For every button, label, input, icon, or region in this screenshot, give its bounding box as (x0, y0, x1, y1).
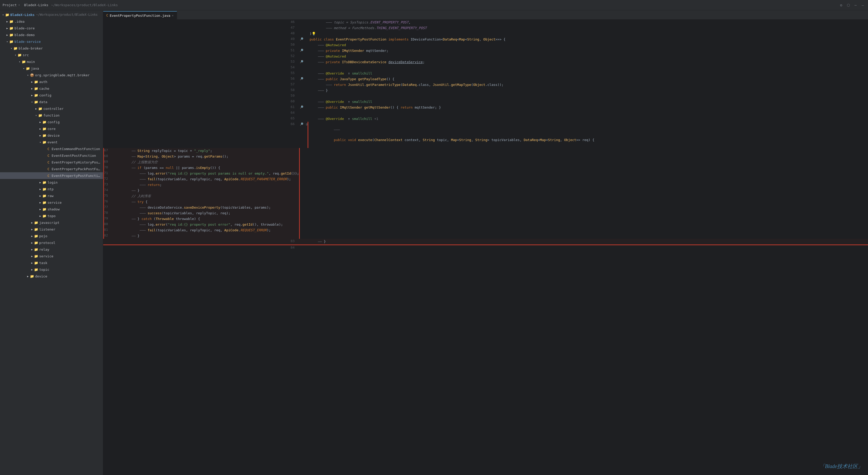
sidebar-item-java[interactable]: ▾ 📁 java (0, 65, 103, 72)
project-dropdown-icon[interactable]: ▾ (18, 3, 20, 7)
expand-icon[interactable]: ⬡ (846, 3, 851, 8)
expand-arrow-blade-demo: ▶ (5, 33, 9, 37)
sidebar-item-data[interactable]: ▾ 📁 data (0, 99, 103, 105)
folder-icon-src: 📁 (18, 53, 22, 57)
expand-arrow-src: ▾ (13, 53, 18, 57)
sidebar-item-shadow[interactable]: ▶ 📁 shadow (0, 206, 103, 212)
folder-icon-blade-core: 📁 (9, 26, 13, 30)
sidebar-item-src[interactable]: ▾ 📁 src (0, 52, 103, 58)
sidebar-item-controller[interactable]: ▶ 📁 controller (0, 105, 103, 112)
expand-arrow-blade-broker: ▾ (9, 46, 13, 50)
sidebar-item-function-config[interactable]: ▶ 📁 config (0, 118, 103, 125)
folder-icon-blade-service: 📁 (9, 39, 13, 43)
sidebar-item-topo[interactable]: ▶ 📁 topo (0, 212, 103, 219)
sidebar-item-event-command[interactable]: C EventCommandPostFunction (0, 145, 103, 152)
code-line-55: 55 ——— @Override ↑ smallchill (103, 71, 868, 76)
src-label: src (23, 53, 29, 57)
project-name: BladeX-Links (24, 3, 48, 7)
event-event-label: EventEventPostFunction (52, 154, 96, 158)
sidebar-item-main[interactable]: ▾ 📁 main (0, 58, 103, 65)
sidebar-item-protocol[interactable]: ▶ 📁 protocol (0, 239, 103, 246)
pojo-label: pojo (39, 234, 47, 238)
cache-label: cache (39, 87, 49, 91)
sidebar-item-function-service[interactable]: ▶ 📁 service (0, 199, 103, 206)
folder-icon-blade-demo: 📁 (9, 33, 13, 37)
code-editor[interactable]: 46 ——— topic = SysTopics.EVENT_PROPERTY_… (103, 20, 868, 475)
sidebar-item-event-history[interactable]: C EventPropertyHistoryPostFunctio... (0, 159, 103, 166)
sidebar-item-core[interactable]: ▶ 📁 core (0, 125, 103, 132)
sidebar-item-blade-broker[interactable]: ▾ 📁 blade-broker (0, 45, 103, 52)
sidebar-item-topic[interactable]: ▶ 📁 topic (0, 266, 103, 273)
sidebar-item-relay[interactable]: ▶ 📁 relay (0, 246, 103, 253)
code-line-78: 78 ——— success(topicVariables, replyTopi… (104, 210, 299, 216)
expand-arrow-device-root: ▶ (26, 274, 30, 278)
tab-close-button[interactable]: × (172, 14, 174, 17)
sidebar-item-idea[interactable]: ▶ 📁 .idea (0, 18, 103, 25)
sidebar-item-ntp[interactable]: ▶ 📁 ntp (0, 186, 103, 192)
package-icon: 📦 (30, 73, 34, 77)
expand-arrow-js: ▶ (30, 220, 34, 225)
folder-icon-event: 📁 (42, 140, 46, 144)
expand-arrow-relay: ▶ (30, 247, 34, 251)
code-line-68: 68 —— Map<String, Object> params = req.g… (104, 154, 299, 159)
sidebar-item-event-event[interactable]: C EventEventPostFunction (0, 152, 103, 159)
folder-icon-core: 📁 (42, 127, 46, 131)
tab-event-property-post[interactable]: C EventPropertyPostFunction.java × (103, 11, 177, 19)
sidebar-item-event-pack[interactable]: C EventPropertyPackPostFunction (0, 166, 103, 172)
sidebar-item-device-root[interactable]: ▶ 📁 device (0, 273, 103, 279)
device-root-label: device (35, 274, 47, 278)
main-label: main (27, 60, 35, 64)
sidebar-item-blade-demo[interactable]: ▶ 📁 blade-demo (0, 31, 103, 38)
expand-arrow-idea: ▶ (5, 19, 9, 24)
sidebar-item-service-top[interactable]: ▶ 📁 service (0, 253, 103, 260)
package-label: org.springblade.mqtt.broker (35, 73, 90, 77)
settings-icon[interactable]: ⚙ (839, 3, 844, 8)
sidebar-item-package[interactable]: ▾ 📦 org.springblade.mqtt.broker (0, 72, 103, 78)
sidebar-item-blade-core[interactable]: ▶ 📁 blade-core (0, 25, 103, 31)
java-file-icon-event: C (46, 154, 51, 158)
listener-label: listener (39, 228, 56, 231)
folder-icon-cache: 📁 (34, 87, 38, 91)
sidebar-item-login[interactable]: ▶ 📁 login (0, 179, 103, 186)
expand-arrow-event: ▾ (38, 140, 42, 144)
function-label: function (43, 113, 60, 117)
expand-arrow-blade-core: ▶ (5, 26, 9, 30)
sidebar-item-root[interactable]: ▾ 📁 BladeX-Links ~/Workspaces/product/Bl… (0, 11, 103, 18)
sidebar-item-blade-service[interactable]: ▾ 📁 blade-service (0, 38, 103, 45)
expand-arrow-device: ▶ (38, 133, 42, 137)
sidebar-item-event-property-post[interactable]: C EventPropertyPostFunction (0, 172, 103, 179)
code-line-57: 57 ——— return JsonUtil.getParametricType… (103, 82, 868, 88)
folder-icon-auth: 📁 (34, 80, 38, 84)
project-path: ~/Workspaces/product/BladeX-Links (51, 3, 118, 7)
controller-label: controller (43, 107, 63, 111)
expand-arrow-blade-service: ▾ (5, 39, 9, 43)
sidebar-item-event[interactable]: ▾ 📁 event (0, 139, 103, 145)
sidebar-item-listener[interactable]: ▶ 📁 listener (0, 226, 103, 233)
sidebar-item-task[interactable]: ▶ 📁 task (0, 260, 103, 266)
expand-arrow-main: ▾ (18, 60, 22, 64)
folder-icon-config: 📁 (34, 93, 38, 97)
sidebar-item-auth[interactable]: ▶ 📁 auth (0, 78, 103, 85)
watermark: 「Blade技术社区」 (820, 463, 863, 470)
code-line-48: 48 )💡 (103, 31, 868, 37)
auth-label: auth (39, 80, 47, 84)
minimize-icon[interactable]: — (860, 3, 865, 8)
sidebar-item-raw[interactable]: ▶ 📁 raw (0, 192, 103, 199)
expand-arrow-topic: ▶ (30, 267, 34, 272)
java-file-icon-post: C (46, 174, 51, 178)
code-line-50: 50 ——— @Autowired (103, 42, 868, 48)
more-icon[interactable]: ⋯ (853, 3, 858, 8)
code-line-54: 54 (103, 65, 868, 71)
sidebar-item-cache[interactable]: ▶ 📁 cache (0, 85, 103, 92)
blade-core-label: blade-core (14, 26, 35, 30)
event-pack-label: EventPropertyPackPostFunction (52, 167, 101, 171)
sidebar-item-javascript[interactable]: ▶ 📁 javascript (0, 219, 103, 226)
folder-icon-service-top: 📁 (34, 254, 38, 258)
sidebar-item-pojo[interactable]: ▶ 📁 pojo (0, 233, 103, 239)
sidebar-root-label: BladeX-Links (10, 13, 35, 17)
sidebar-item-function[interactable]: ▾ 📁 function (0, 112, 103, 118)
core-label: core (48, 127, 56, 131)
code-line-73: 73 ——— return; (104, 182, 299, 188)
sidebar-item-config[interactable]: ▶ 📁 config (0, 92, 103, 99)
sidebar-item-device[interactable]: ▶ 📁 device (0, 132, 103, 139)
